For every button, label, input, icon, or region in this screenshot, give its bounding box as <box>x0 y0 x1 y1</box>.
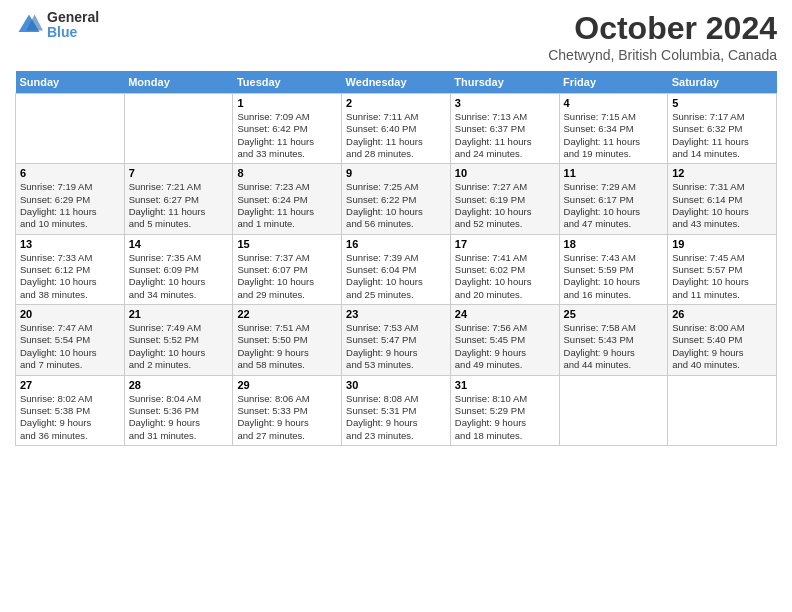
header-saturday: Saturday <box>668 71 777 94</box>
table-row: 2Sunrise: 7:11 AM Sunset: 6:40 PM Daylig… <box>342 94 451 164</box>
table-row: 15Sunrise: 7:37 AM Sunset: 6:07 PM Dayli… <box>233 234 342 304</box>
month-title: October 2024 <box>548 10 777 47</box>
day-number: 25 <box>564 308 664 320</box>
day-info: Sunrise: 7:39 AM Sunset: 6:04 PM Dayligh… <box>346 252 446 301</box>
table-row <box>16 94 125 164</box>
table-row: 12Sunrise: 7:31 AM Sunset: 6:14 PM Dayli… <box>668 164 777 234</box>
table-row: 11Sunrise: 7:29 AM Sunset: 6:17 PM Dayli… <box>559 164 668 234</box>
table-row: 6Sunrise: 7:19 AM Sunset: 6:29 PM Daylig… <box>16 164 125 234</box>
day-number: 1 <box>237 97 337 109</box>
day-number: 21 <box>129 308 229 320</box>
day-info: Sunrise: 7:11 AM Sunset: 6:40 PM Dayligh… <box>346 111 446 160</box>
table-row: 8Sunrise: 7:23 AM Sunset: 6:24 PM Daylig… <box>233 164 342 234</box>
day-info: Sunrise: 7:33 AM Sunset: 6:12 PM Dayligh… <box>20 252 120 301</box>
day-info: Sunrise: 7:13 AM Sunset: 6:37 PM Dayligh… <box>455 111 555 160</box>
day-info: Sunrise: 7:35 AM Sunset: 6:09 PM Dayligh… <box>129 252 229 301</box>
logo: General Blue <box>15 10 99 41</box>
table-row: 10Sunrise: 7:27 AM Sunset: 6:19 PM Dayli… <box>450 164 559 234</box>
day-number: 4 <box>564 97 664 109</box>
header-sunday: Sunday <box>16 71 125 94</box>
table-row <box>124 94 233 164</box>
day-info: Sunrise: 7:31 AM Sunset: 6:14 PM Dayligh… <box>672 181 772 230</box>
table-row: 16Sunrise: 7:39 AM Sunset: 6:04 PM Dayli… <box>342 234 451 304</box>
day-info: Sunrise: 7:29 AM Sunset: 6:17 PM Dayligh… <box>564 181 664 230</box>
page-container: General Blue October 2024 Chetwynd, Brit… <box>0 0 792 451</box>
day-info: Sunrise: 7:58 AM Sunset: 5:43 PM Dayligh… <box>564 322 664 371</box>
calendar-week-4: 20Sunrise: 7:47 AM Sunset: 5:54 PM Dayli… <box>16 305 777 375</box>
table-row: 5Sunrise: 7:17 AM Sunset: 6:32 PM Daylig… <box>668 94 777 164</box>
day-info: Sunrise: 8:06 AM Sunset: 5:33 PM Dayligh… <box>237 393 337 442</box>
day-info: Sunrise: 7:23 AM Sunset: 6:24 PM Dayligh… <box>237 181 337 230</box>
day-number: 19 <box>672 238 772 250</box>
day-info: Sunrise: 7:17 AM Sunset: 6:32 PM Dayligh… <box>672 111 772 160</box>
calendar-week-3: 13Sunrise: 7:33 AM Sunset: 6:12 PM Dayli… <box>16 234 777 304</box>
calendar-table: Sunday Monday Tuesday Wednesday Thursday… <box>15 71 777 446</box>
day-info: Sunrise: 7:21 AM Sunset: 6:27 PM Dayligh… <box>129 181 229 230</box>
day-info: Sunrise: 7:27 AM Sunset: 6:19 PM Dayligh… <box>455 181 555 230</box>
day-number: 2 <box>346 97 446 109</box>
table-row: 1Sunrise: 7:09 AM Sunset: 6:42 PM Daylig… <box>233 94 342 164</box>
day-number: 6 <box>20 167 120 179</box>
day-number: 16 <box>346 238 446 250</box>
table-row: 22Sunrise: 7:51 AM Sunset: 5:50 PM Dayli… <box>233 305 342 375</box>
day-number: 10 <box>455 167 555 179</box>
table-row: 9Sunrise: 7:25 AM Sunset: 6:22 PM Daylig… <box>342 164 451 234</box>
logo-icon <box>15 11 43 39</box>
logo-blue: Blue <box>47 25 99 40</box>
table-row: 7Sunrise: 7:21 AM Sunset: 6:27 PM Daylig… <box>124 164 233 234</box>
table-row <box>668 375 777 445</box>
day-number: 14 <box>129 238 229 250</box>
day-number: 23 <box>346 308 446 320</box>
table-row: 30Sunrise: 8:08 AM Sunset: 5:31 PM Dayli… <box>342 375 451 445</box>
day-number: 24 <box>455 308 555 320</box>
day-info: Sunrise: 7:51 AM Sunset: 5:50 PM Dayligh… <box>237 322 337 371</box>
table-row: 19Sunrise: 7:45 AM Sunset: 5:57 PM Dayli… <box>668 234 777 304</box>
location: Chetwynd, British Columbia, Canada <box>548 47 777 63</box>
table-row <box>559 375 668 445</box>
page-header: General Blue October 2024 Chetwynd, Brit… <box>15 10 777 63</box>
day-info: Sunrise: 8:02 AM Sunset: 5:38 PM Dayligh… <box>20 393 120 442</box>
day-number: 7 <box>129 167 229 179</box>
day-info: Sunrise: 7:37 AM Sunset: 6:07 PM Dayligh… <box>237 252 337 301</box>
day-info: Sunrise: 7:25 AM Sunset: 6:22 PM Dayligh… <box>346 181 446 230</box>
day-info: Sunrise: 7:56 AM Sunset: 5:45 PM Dayligh… <box>455 322 555 371</box>
day-number: 11 <box>564 167 664 179</box>
day-number: 9 <box>346 167 446 179</box>
table-row: 27Sunrise: 8:02 AM Sunset: 5:38 PM Dayli… <box>16 375 125 445</box>
table-row: 25Sunrise: 7:58 AM Sunset: 5:43 PM Dayli… <box>559 305 668 375</box>
day-info: Sunrise: 8:04 AM Sunset: 5:36 PM Dayligh… <box>129 393 229 442</box>
header-wednesday: Wednesday <box>342 71 451 94</box>
calendar-week-1: 1Sunrise: 7:09 AM Sunset: 6:42 PM Daylig… <box>16 94 777 164</box>
day-number: 20 <box>20 308 120 320</box>
day-number: 30 <box>346 379 446 391</box>
day-info: Sunrise: 8:00 AM Sunset: 5:40 PM Dayligh… <box>672 322 772 371</box>
day-info: Sunrise: 8:10 AM Sunset: 5:29 PM Dayligh… <box>455 393 555 442</box>
day-number: 12 <box>672 167 772 179</box>
header-tuesday: Tuesday <box>233 71 342 94</box>
table-row: 21Sunrise: 7:49 AM Sunset: 5:52 PM Dayli… <box>124 305 233 375</box>
table-row: 26Sunrise: 8:00 AM Sunset: 5:40 PM Dayli… <box>668 305 777 375</box>
day-number: 8 <box>237 167 337 179</box>
table-row: 4Sunrise: 7:15 AM Sunset: 6:34 PM Daylig… <box>559 94 668 164</box>
day-info: Sunrise: 7:09 AM Sunset: 6:42 PM Dayligh… <box>237 111 337 160</box>
table-row: 18Sunrise: 7:43 AM Sunset: 5:59 PM Dayli… <box>559 234 668 304</box>
day-number: 26 <box>672 308 772 320</box>
header-thursday: Thursday <box>450 71 559 94</box>
header-friday: Friday <box>559 71 668 94</box>
day-info: Sunrise: 7:53 AM Sunset: 5:47 PM Dayligh… <box>346 322 446 371</box>
day-info: Sunrise: 7:41 AM Sunset: 6:02 PM Dayligh… <box>455 252 555 301</box>
table-row: 29Sunrise: 8:06 AM Sunset: 5:33 PM Dayli… <box>233 375 342 445</box>
table-row: 17Sunrise: 7:41 AM Sunset: 6:02 PM Dayli… <box>450 234 559 304</box>
day-info: Sunrise: 7:15 AM Sunset: 6:34 PM Dayligh… <box>564 111 664 160</box>
day-number: 31 <box>455 379 555 391</box>
table-row: 13Sunrise: 7:33 AM Sunset: 6:12 PM Dayli… <box>16 234 125 304</box>
table-row: 20Sunrise: 7:47 AM Sunset: 5:54 PM Dayli… <box>16 305 125 375</box>
day-number: 29 <box>237 379 337 391</box>
table-row: 14Sunrise: 7:35 AM Sunset: 6:09 PM Dayli… <box>124 234 233 304</box>
day-number: 27 <box>20 379 120 391</box>
day-number: 18 <box>564 238 664 250</box>
day-info: Sunrise: 8:08 AM Sunset: 5:31 PM Dayligh… <box>346 393 446 442</box>
logo-general: General <box>47 10 99 25</box>
table-row: 31Sunrise: 8:10 AM Sunset: 5:29 PM Dayli… <box>450 375 559 445</box>
table-row: 3Sunrise: 7:13 AM Sunset: 6:37 PM Daylig… <box>450 94 559 164</box>
